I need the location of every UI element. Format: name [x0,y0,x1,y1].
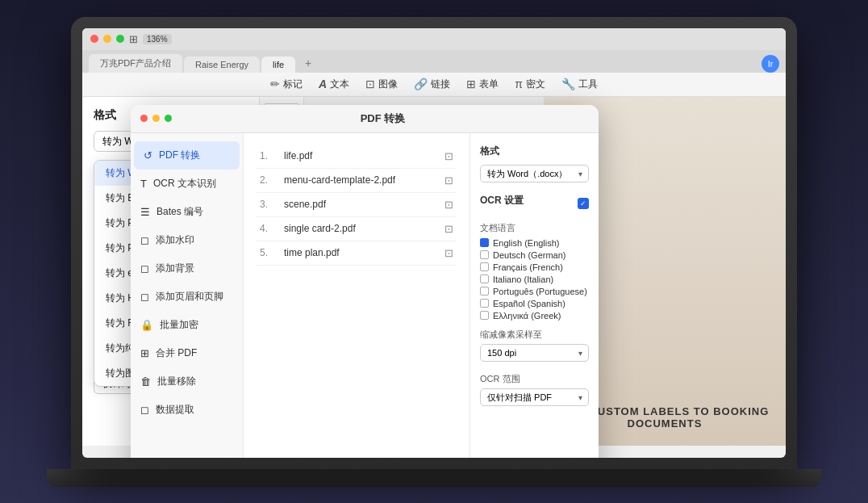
image-icon: ⊡ [365,78,375,90]
delete-icon: 🗑 [140,375,151,388]
lang-checkbox-es[interactable] [480,299,489,308]
mark-icon: ✏ [270,78,280,90]
toolbar-mark[interactable]: ✏ 标记 [270,78,303,91]
dpi-section-title: 缩减像素采样至 [480,329,589,341]
dpi-section: 缩减像素采样至 150 dpi ▾ [480,329,589,362]
lang-item-de: Deutsch (German) [480,250,589,260]
tab-raise-energy[interactable]: Raise Energy [184,57,260,73]
content-area: 格式 转为 Word（.docx） ▾ 转为 Word（.docx） 转为 Ex… [82,97,786,446]
tab-wanzao[interactable]: 万兆PDF产品介绍 [89,54,182,73]
right-dpi-arrow: ▾ [578,348,582,357]
lang-checkbox-pt[interactable] [480,287,489,296]
lang-item-fr: Français (French) [480,262,589,272]
sidebar-item-batch-delete[interactable]: 🗑 批量移除 [131,367,243,396]
file-num-4: 4. [260,223,276,234]
right-format-select-wrapper: 转为 Word（.docx） ▾ [480,165,589,182]
lang-checkbox-el[interactable] [480,311,489,320]
toolbar-secret[interactable]: π 密文 [515,78,545,91]
ocr-section: OCR 设置 ✓ [480,194,589,214]
sidebar-item-watermark[interactable]: ◻ 添加水印 [131,226,243,254]
sidebar-item-encrypt[interactable]: 🔒 批量加密 [131,311,243,339]
sidebar-item-background[interactable]: ◻ 添加背景 [131,254,243,283]
ocr-checkbox[interactable]: ✓ [578,198,589,209]
file-row-4: 4. single card-2.pdf ⊡ [257,217,457,241]
ocr-range-section-title: OCR 范围 [480,373,589,385]
toolbar-text[interactable]: A 文本 [319,78,349,91]
laptop-base [47,469,821,487]
file-num-5: 5. [260,247,276,258]
secret-icon: π [515,78,523,90]
sidebar-item-ocr[interactable]: T OCR 文本识别 [131,170,243,198]
browser-tabs: 万兆PDF产品介绍 Raise Energy life + Ir [82,50,786,73]
lang-section-title: 文档语言 [480,222,589,234]
header-footer-icon: ◻ [140,291,149,303]
right-ocr-range-select[interactable]: 仅针对扫描 PDF [480,388,589,406]
traffic-light-green[interactable] [116,35,124,43]
file-row-2: 2. menu-card-template-2.pdf ⊡ [257,169,457,193]
tab-profile-icon[interactable]: Ir [762,55,779,73]
file-name-1: life.pdf [284,150,444,161]
watermark-icon: ◻ [140,234,149,246]
dialog-tl-yellow[interactable] [152,115,160,122]
toolbar-tools[interactable]: 🔧 工具 [561,78,598,91]
right-dpi-wrapper: 150 dpi ▾ [480,344,589,362]
toolbar-link[interactable]: 🔗 链接 [414,78,450,91]
ocr-header: OCR 设置 ✓ [480,194,589,214]
dialog-body: ↺ PDF 转换 T OCR 文本识别 ☰ Bates 编号 [131,133,599,458]
file-icon-2: ⊡ [444,174,453,187]
file-icon-3: ⊡ [444,199,453,211]
pdf-dialog: PDF 转换 ↺ PDF 转换 T OCR 文本识别 [131,105,599,458]
right-format-select[interactable]: 转为 Word（.docx） [480,165,589,182]
lang-section: 文档语言 English (English) Deutsch (German) [480,222,589,321]
toolbar-table[interactable]: ⊞ 表单 [466,78,499,91]
text-icon: A [319,78,327,90]
lang-item-en: English (English) [480,238,589,248]
dialog-title: PDF 转换 [177,111,589,126]
link-icon: 🔗 [414,78,428,90]
lang-checkbox-fr[interactable] [480,262,489,271]
file-list: 1. life.pdf ⊡ 2. menu-card-template-2.pd… [257,145,457,266]
dialog-tl-green[interactable] [165,115,172,122]
sidebar-item-bates[interactable]: ☰ Bates 编号 [131,198,243,226]
toolbar-image[interactable]: ⊡ 图像 [365,78,398,91]
right-ocr-range-wrapper: 仅针对扫描 PDF ▾ [480,388,589,406]
dialog-right-panel: 格式 转为 Word（.docx） ▾ OCR 设置 ✓ [469,133,599,458]
tab-add-button[interactable]: + [297,53,319,73]
file-name-4: single card-2.pdf [284,223,444,234]
lang-item-pt: Português (Portuguese) [480,287,589,296]
laptop-shell: ⊞ 136% 万兆PDF产品介绍 Raise Energy life + [71,17,797,469]
right-dpi-select[interactable]: 150 dpi [480,344,589,362]
file-row-1: 1. life.pdf ⊡ [257,145,457,169]
file-icon-4: ⊡ [444,223,453,235]
extract-icon: ◻ [140,404,149,416]
app-toolbar: ✏ 标记 A 文本 ⊡ 图像 🔗 链接 ⊞ 表单 [82,73,786,97]
merge-icon: ⊞ [140,347,149,359]
refresh-icon: ↺ [144,149,152,161]
file-row-3: 3. scene.pdf ⊡ [257,193,457,217]
right-format-title: 格式 [480,145,589,158]
lang-checkbox-de[interactable] [480,250,489,259]
file-num-1: 1. [260,150,276,161]
browser-chrome: ⊞ 136% 万兆PDF产品介绍 Raise Energy life + [82,28,786,73]
dialog-tl-red[interactable] [140,115,148,122]
bates-icon: ☰ [140,206,150,218]
sidebar-item-header-footer[interactable]: ◻ 添加页眉和页脚 [131,283,243,311]
background-icon: ◻ [140,262,149,275]
right-format-arrow: ▾ [578,169,582,178]
file-name-5: time plan.pdf [284,247,444,258]
lang-item-it: Italiano (Italian) [480,275,589,284]
file-icon-1: ⊡ [444,150,453,162]
sidebar-item-merge[interactable]: ⊞ 合并 PDF [131,339,243,367]
zoom-badge[interactable]: 136% [143,34,172,44]
traffic-light-yellow[interactable] [103,35,111,43]
sidebar-item-pdf-convert[interactable]: ↺ PDF 转换 [134,141,240,170]
grid-icon: ⊞ [129,33,138,45]
sidebar-item-extract[interactable]: ◻ 数据提取 [131,396,243,424]
dialog-sidebar: ↺ PDF 转换 T OCR 文本识别 ☰ Bates 编号 [131,133,244,458]
file-num-3: 3. [260,199,276,210]
tab-life[interactable]: life [261,57,295,73]
lang-checkbox-en[interactable] [480,238,489,247]
file-row-5: 5. time plan.pdf ⊡ [257,241,457,266]
traffic-light-red[interactable] [90,35,98,43]
lang-checkbox-it[interactable] [480,275,489,283]
